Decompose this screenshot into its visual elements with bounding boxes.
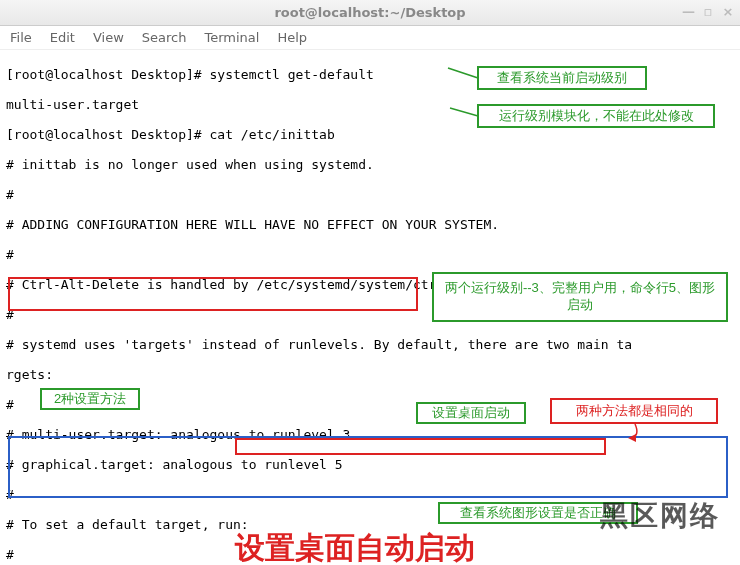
menu-help[interactable]: Help	[277, 30, 307, 45]
terminal-line: # inittab is no longer used when using s…	[6, 157, 734, 172]
maximize-icon[interactable]: ▫	[702, 4, 714, 19]
close-icon[interactable]: ×	[722, 4, 734, 19]
window-title: root@localhost:~/Desktop	[274, 5, 465, 20]
menu-search[interactable]: Search	[142, 30, 187, 45]
annotation-module-note: 运行级别模块化，不能在此处修改	[477, 104, 715, 128]
annotation-two-runlevels: 两个运行级别--3、完整用户用，命令行5、图形启动	[432, 272, 728, 322]
terminal-line: #	[6, 247, 734, 262]
terminal-line: #	[6, 187, 734, 202]
terminal-line: #	[6, 547, 734, 562]
menubar: File Edit View Search Terminal Help	[0, 26, 740, 50]
menu-edit[interactable]: Edit	[50, 30, 75, 45]
annotation-set-desktop: 设置桌面启动	[416, 402, 526, 424]
annotation-both-same: 两种方法都是相同的	[550, 398, 718, 424]
minimize-icon[interactable]: —	[682, 4, 694, 19]
menu-view[interactable]: View	[93, 30, 124, 45]
window-controls: — ▫ ×	[682, 4, 734, 19]
highlight-method-output	[8, 436, 728, 498]
terminal-line: [root@localhost Desktop]# cat /etc/initt…	[6, 127, 734, 142]
menu-file[interactable]: File	[10, 30, 32, 45]
highlight-targets-runlevel	[8, 277, 418, 311]
menu-terminal[interactable]: Terminal	[204, 30, 259, 45]
terminal-line: # ADDING CONFIGURATION HERE WILL HAVE NO…	[6, 217, 734, 232]
terminal-line: rgets:	[6, 367, 734, 382]
annotation-current-runlevel: 查看系统当前启动级别	[477, 66, 647, 90]
window-titlebar: root@localhost:~/Desktop — ▫ ×	[0, 0, 740, 26]
annotation-check-graphical: 查看系统图形设置是否正确	[438, 502, 638, 524]
terminal-line: # systemd uses 'targets' instead of runl…	[6, 337, 734, 352]
annotation-two-methods: 2种设置方法	[40, 388, 140, 410]
